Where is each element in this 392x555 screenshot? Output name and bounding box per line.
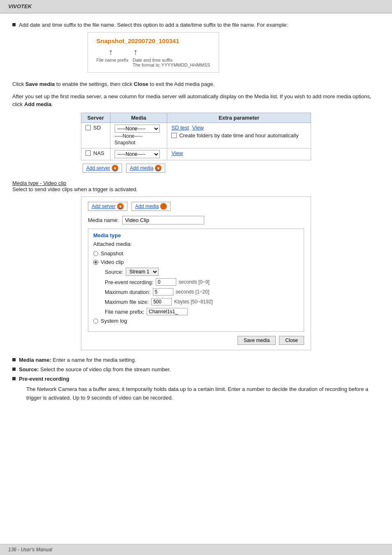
add-media-label-1: Add media: [130, 165, 153, 171]
media-name-row: Media name:: [88, 216, 304, 224]
radio-videoclip[interactable]: [93, 260, 98, 265]
media-type-section-title: Media type: [93, 232, 299, 238]
max-file-note: Kbytes [50~8192]: [174, 299, 213, 305]
td-nas-media: -----None----- Snapshot: [110, 148, 167, 160]
max-duration-row: Maximum duration: seconds [1~20]: [105, 288, 299, 296]
sd-checkbox[interactable]: [85, 125, 91, 130]
td-sd-server: SD: [81, 123, 111, 148]
table-header-row: Server Media Extra parameter: [81, 113, 311, 123]
add-server-icon-1: ▼: [112, 165, 118, 171]
filename-prefix-input[interactable]: [147, 308, 188, 315]
pre-event-row: Pre-event recording: seconds [0~9]: [105, 278, 299, 286]
brand-label: VIVOTEK: [8, 3, 32, 9]
add-media-label-2: Add media: [135, 204, 159, 209]
save-media-para: Click Save media to enable the settings,…: [12, 80, 380, 88]
bullet-media-name-text: Media name: Enter a name for the media s…: [19, 357, 136, 363]
radio-snapshot[interactable]: [93, 251, 98, 256]
media-table-wrapper: Server Media Extra parameter SD: [81, 113, 311, 173]
arrows-row: ↑ ↑: [96, 48, 210, 56]
nas-view-link[interactable]: View: [171, 150, 183, 156]
arrow-suffix: ↑: [133, 48, 137, 56]
sd-folders-checkbox-cell: Create folders by date time and hour aut…: [171, 132, 307, 139]
max-duration-input[interactable]: [153, 288, 173, 296]
bullet-date-suffix: Add date and time suffix to the file nam…: [12, 22, 380, 77]
col-extra-header: Extra parameter: [167, 113, 311, 123]
bullet-pre-event: Pre-event recording: [12, 376, 380, 382]
video-clip-panel: Add server ▼ Add media Media name: Media…: [81, 197, 311, 350]
add-server-button-1[interactable]: Add server ▼: [83, 164, 122, 173]
add-media-button-1[interactable]: Add media ▼: [126, 164, 165, 173]
add-media-icon-1: ▼: [155, 165, 161, 171]
bullet-text: Add date and time suffix to the file nam…: [19, 22, 288, 77]
td-nas-extra: View: [167, 148, 311, 160]
radio-videoclip-label: Video clip: [101, 259, 124, 265]
bottom-bullets: Media name: Enter a name for the media s…: [12, 357, 380, 402]
snapshot-example-box: Snapshot_20200720_100341 ↑ ↑ File name p…: [88, 32, 219, 73]
filename-prefix-row: File name prefix:: [105, 308, 299, 315]
add-server-icon-2: ▼: [117, 203, 124, 210]
bullet-icon-1: [12, 358, 16, 361]
sd-checkbox-cell: SD: [85, 125, 106, 131]
save-media-button[interactable]: Save media: [238, 336, 276, 345]
bullet-icon: [12, 23, 16, 26]
max-duration-note: seconds [1~20]: [176, 289, 210, 295]
pre-event-description: The Network Camera has a buffer area; it…: [26, 385, 380, 402]
radio-syslog-row: System log: [93, 318, 299, 324]
media-type-subtitle: Select to send video clips when a trigge…: [12, 186, 380, 192]
pre-event-input[interactable]: [156, 278, 176, 286]
bullet-media-name: Media name: Enter a name for the media s…: [12, 357, 380, 363]
sd-folders-label: Create folders by date time and hour aut…: [179, 132, 299, 139]
media-name-input[interactable]: [122, 216, 204, 224]
table-add-btns: Add server ▼ Add media ▼: [81, 164, 311, 173]
filename-prefix-label: File name prefix:: [105, 309, 144, 315]
source-select[interactable]: Stream 1 Stream 2: [126, 268, 159, 276]
close-button[interactable]: Close: [279, 336, 304, 345]
radio-snapshot-label: Snapshot: [101, 250, 123, 257]
max-file-row: Maximum file size: Kbytes [50~8192]: [105, 298, 299, 305]
sd-view-link[interactable]: View: [192, 125, 204, 131]
section2-header: Media type - Video clip Select to send v…: [12, 180, 380, 192]
add-server-label-2: Add server: [92, 204, 115, 209]
td-sd-media: -----None----- Snapshot -----None----- S…: [110, 123, 167, 148]
sd-folders-checkbox[interactable]: [171, 133, 177, 138]
col-server-header: Server: [81, 113, 111, 123]
max-file-label: Maximum file size:: [105, 299, 149, 305]
panel-bottom-btns: Save media Close: [88, 336, 304, 345]
media-type-title: Media type - Video clip: [12, 180, 380, 186]
snapshot-labels: File name prefix Date and time suffix Th…: [96, 58, 210, 67]
media-table: Server Media Extra parameter SD: [81, 113, 311, 161]
arrow-prefix: ↑: [108, 48, 113, 56]
table-row-nas: NAS -----None----- Snapshot View: [81, 148, 311, 160]
pre-event-note: seconds [0~9]: [179, 279, 210, 285]
bullet-source: Source: Select the source of video clip …: [12, 366, 380, 372]
label-date-col: Date and time suffix The format is: YYYY…: [133, 58, 210, 67]
max-file-input[interactable]: [151, 298, 172, 305]
td-sd-extra: SD test View Create folders by date time…: [167, 123, 311, 148]
max-duration-label: Maximum duration:: [105, 289, 150, 295]
footer-bar: 136 - User's Manual: [0, 544, 392, 555]
panel-top-bar: Add server ▼ Add media: [88, 202, 304, 211]
radio-syslog[interactable]: [93, 319, 98, 324]
media-name-label: Media name:: [88, 217, 119, 223]
bullet-source-text: Source: Select the source of video clip …: [19, 366, 171, 372]
add-server-button-2[interactable]: Add server ▼: [88, 202, 127, 211]
add-media-button-2[interactable]: Add media: [131, 202, 171, 211]
radio-syslog-label: System log: [101, 318, 127, 324]
sd-test-link[interactable]: SD test: [171, 125, 189, 131]
attached-media-label: Attached media:: [93, 241, 299, 247]
sd-media-dropdown[interactable]: -----None----- Snapshot: [115, 125, 160, 133]
col-media-header: Media: [110, 113, 167, 123]
nas-media-dropdown[interactable]: -----None----- Snapshot: [115, 150, 160, 158]
radio-snapshot-row: Snapshot: [93, 250, 299, 257]
bullet-icon-2: [12, 368, 16, 371]
bullet-pre-event-text: Pre-event recording: [19, 376, 69, 382]
main-content: Add date and time suffix to the file nam…: [0, 14, 392, 411]
bullet-icon-3: [12, 377, 16, 380]
td-nas-server: NAS: [81, 148, 111, 160]
header-bar: VIVOTEK: [0, 0, 392, 13]
sd-label: SD: [93, 125, 101, 131]
table-row-sd: SD -----None----- Snapshot -----None---: [81, 123, 311, 148]
label-file-prefix: File name prefix: [96, 58, 128, 67]
nas-checkbox[interactable]: [85, 150, 91, 156]
page-label: 136 - User's Manual: [8, 547, 52, 553]
